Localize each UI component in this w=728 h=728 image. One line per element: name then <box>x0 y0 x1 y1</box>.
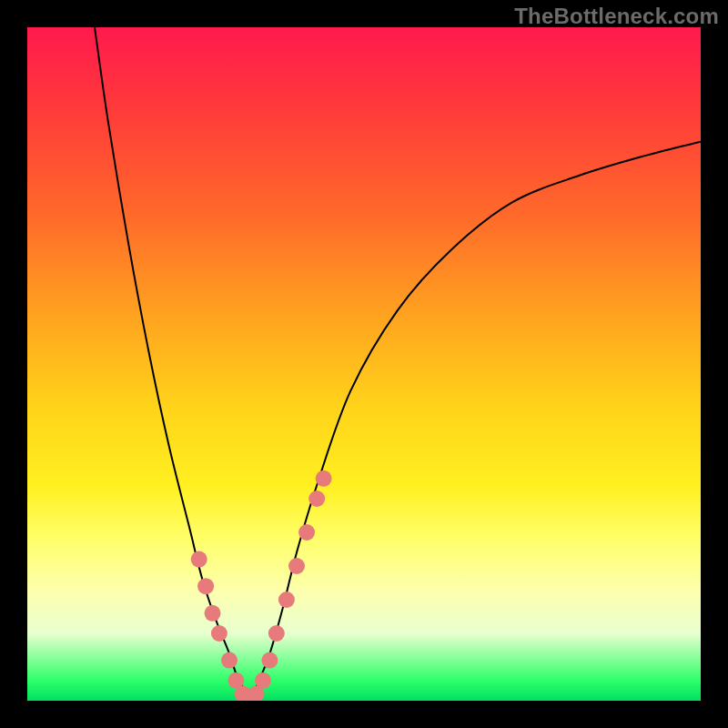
highlight-marker <box>288 558 305 574</box>
highlight-marker <box>197 578 214 594</box>
chart-svg <box>27 27 701 701</box>
highlight-marker <box>316 470 332 487</box>
highlight-marker <box>298 524 315 541</box>
curve-right <box>249 142 701 701</box>
highlight-marker <box>255 672 271 689</box>
highlight-marker <box>308 490 325 507</box>
highlight-marker <box>191 551 207 568</box>
chart-frame: TheBottleneck.com <box>0 0 728 728</box>
highlight-marker <box>268 625 285 642</box>
highlight-marker <box>205 605 221 622</box>
plot-area <box>27 27 701 701</box>
curve-left <box>95 27 249 701</box>
highlight-marker <box>221 652 238 669</box>
highlight-marker <box>211 625 228 642</box>
watermark-text: TheBottleneck.com <box>514 4 719 29</box>
highlight-marker <box>278 592 295 608</box>
highlight-marker <box>261 652 278 669</box>
